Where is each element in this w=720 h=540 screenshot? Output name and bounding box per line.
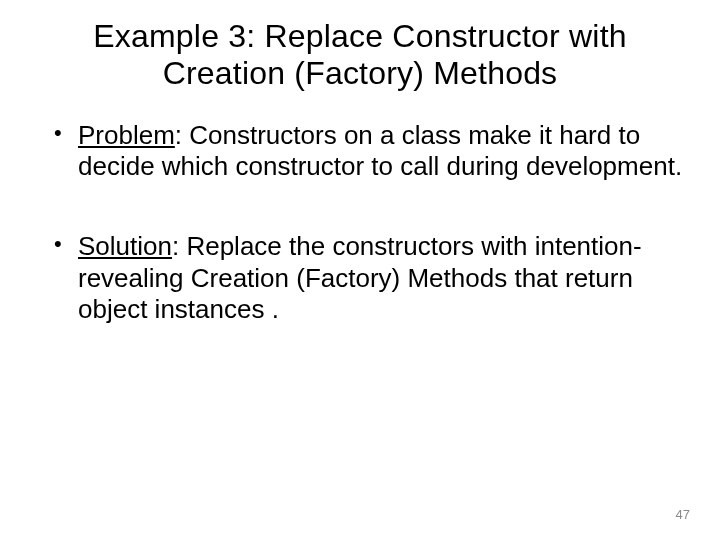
slide-title: Example 3: Replace Constructor with Crea…	[56, 18, 664, 92]
bullet-list: Problem: Constructors on a class make it…	[36, 120, 684, 327]
bullet-label: Solution	[78, 231, 172, 261]
list-item: Solution: Replace the constructors with …	[60, 231, 684, 326]
slide: Example 3: Replace Constructor with Crea…	[0, 0, 720, 540]
page-number: 47	[676, 507, 690, 522]
bullet-label: Problem	[78, 120, 175, 150]
list-item: Problem: Constructors on a class make it…	[60, 120, 684, 183]
